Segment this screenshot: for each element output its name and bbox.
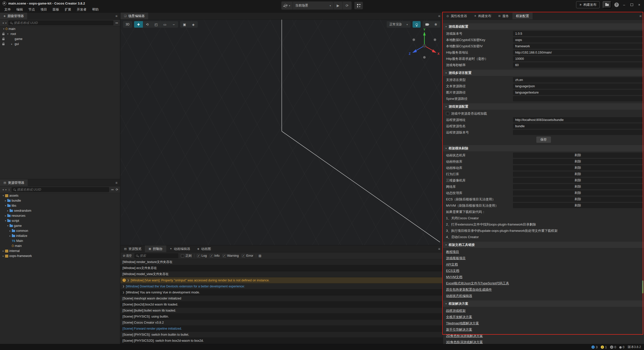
hierarchy-search-input[interactable] <box>14 21 112 25</box>
remove-module-button[interactable]: 剔除 <box>513 153 643 158</box>
chevron-down-icon[interactable]: ▾ <box>4 204 7 207</box>
tree-node[interactable]: ▾root <box>0 31 120 36</box>
chevron-right-icon[interactable]: ▸ <box>2 250 5 252</box>
remove-module-button[interactable]: 剔除 <box>513 178 643 183</box>
expander-icon[interactable]: ❯ <box>123 285 125 288</box>
filter-log[interactable]: Log <box>197 254 207 257</box>
warning-count-badge[interactable]: 1 <box>601 345 607 349</box>
reload-button[interactable]: ⟳ <box>343 2 351 9</box>
field-input[interactable]: bundle <box>513 123 643 129</box>
chevron-right-icon[interactable]: ▸ <box>4 214 7 217</box>
camera-button[interactable] <box>423 21 431 28</box>
rotate-tool-icon[interactable]: ⟲ <box>143 21 152 28</box>
log-row[interactable]: [Scene] [PHYSICS]: switch from builtin t… <box>120 332 443 338</box>
field-input[interactable]: oops <box>513 37 643 42</box>
log-row[interactable]: ❯[Window] Download the Vue Devtools exte… <box>120 283 443 289</box>
tree-node[interactable]: ▾script <box>0 218 120 223</box>
doc-link[interactable]: 新手引导解决方案 <box>446 327 472 332</box>
log-row[interactable]: [Scene] [box2d]:box2d wasm lib loaded. <box>120 301 443 308</box>
remove-module-button[interactable]: 剔除 <box>513 190 643 196</box>
render-mode-select[interactable]: 正常渲染 ▾ <box>387 21 411 28</box>
tree-node[interactable]: ▸gui <box>0 41 120 47</box>
panel-menu-icon[interactable]: ≡ <box>438 247 440 251</box>
field-input[interactable]: framework <box>513 43 643 49</box>
rect-tool-icon[interactable]: ▭ <box>160 21 169 28</box>
panel-menu-icon[interactable]: ≡ <box>115 181 117 185</box>
clear-console-button[interactable]: ⊘ 清空 <box>123 254 132 258</box>
regex-toggle[interactable]: 正则 <box>181 254 192 258</box>
tree-node[interactable]: ▸bundle <box>0 198 120 203</box>
expander-icon[interactable]: ❯ <box>123 291 125 294</box>
tab-hierarchy[interactable]: ◈ 层级管理器 <box>0 13 27 19</box>
section-header[interactable]: ▾框架解决方案 <box>443 300 644 307</box>
tree-node[interactable]: ▸internal <box>0 248 120 253</box>
tab-console-0[interactable]: ▤资源预览 <box>120 245 145 252</box>
menu-item-4[interactable]: 面板 <box>50 7 62 12</box>
doc-link[interactable]: 3D角色扮演游戏解决方案 <box>446 340 483 344</box>
add-node-button[interactable]: ＋▾ <box>2 21 7 25</box>
tree-node[interactable]: ▸resources <box>0 213 120 218</box>
panel-menu-icon[interactable]: ≡ <box>438 14 440 18</box>
remove-module-button[interactable]: 剔除 <box>513 197 643 202</box>
panel-menu-icon[interactable]: ≡ <box>639 14 641 18</box>
scene-settings-button[interactable]: ✻ <box>431 21 440 28</box>
field-input[interactable]: zh,en <box>513 77 643 82</box>
tree-node[interactable]: ▸initialize <box>0 233 120 238</box>
filter-info[interactable]: Info <box>210 254 220 257</box>
field-input[interactable]: http://localhost:8083/assets/bundle <box>513 117 643 122</box>
preview-qr-button[interactable] <box>354 2 363 9</box>
tab-inspector-3[interactable]: 框架配置 <box>512 13 533 19</box>
tab-console-2[interactable]: ✶动画编辑器 <box>166 245 194 252</box>
help-button[interactable]: ? <box>614 3 619 7</box>
menu-item-7[interactable]: 帮助 <box>89 7 101 12</box>
doc-link[interactable]: 战棋游戏框架 <box>446 309 466 313</box>
field-input[interactable] <box>513 96 643 101</box>
tree-node[interactable]: ▸seedrandom <box>0 208 120 213</box>
refresh-icon[interactable]: ⟳ <box>116 188 118 191</box>
log-row[interactable]: [Scene] meshopt wasm decoder initialized <box>120 295 443 301</box>
tab-inspector-1[interactable]: ✈构建发布 <box>471 13 495 19</box>
chevron-right-icon[interactable]: ▸ <box>2 255 5 257</box>
notification-badge[interactable]: 0 <box>619 345 624 349</box>
pivot-tool-icon[interactable]: ▣ <box>180 21 189 28</box>
tree-node[interactable]: ▾libs <box>0 203 120 208</box>
scene-viewport[interactable]: 3D ✚ ⟲ ◰ ▭ ⌣ ▣ ◈ 正常渲染 ▾ <box>120 20 443 245</box>
tab-inspector-2[interactable]: ⊞服务 <box>495 13 512 19</box>
ui-tool-icon[interactable]: ⌣ <box>169 21 178 28</box>
log-file-icon[interactable]: ▤ <box>259 254 261 257</box>
tree-node[interactable]: main <box>0 243 120 248</box>
mode-3d-button[interactable]: 3D <box>123 21 132 28</box>
chevron-down-icon[interactable]: ▾ <box>6 33 10 35</box>
filter-checkbox[interactable] <box>242 254 245 257</box>
tab-console-1[interactable]: ▣控制台 <box>145 245 166 252</box>
field-input[interactable]: language/json <box>513 83 643 89</box>
section-header[interactable]: ▾游戏资源配置 <box>443 103 644 110</box>
log-row[interactable]: !❯[Window] [Vue warn]: Property "onInput… <box>120 277 443 283</box>
assets-filter-icon[interactable]: ≔ <box>111 188 114 191</box>
chevron-down-icon[interactable]: ▾ <box>2 194 5 197</box>
doc-link[interactable]: 全栈开发解决方案 <box>446 315 472 319</box>
log-row[interactable]: ❯[Window] You are running Vue in develop… <box>120 289 443 295</box>
log-row[interactable]: [Window] ecs文件夹存在 <box>120 265 443 271</box>
move-tool-icon[interactable]: ✚ <box>134 21 143 28</box>
doc-link[interactable]: ECS文档 <box>446 269 459 273</box>
doc-link[interactable]: 原生包热更新配置自动生成插件 <box>446 287 492 292</box>
remove-module-button[interactable]: 剔除 <box>513 165 643 170</box>
error-count-badge[interactable]: 0 <box>610 345 616 349</box>
close-button[interactable]: × <box>637 3 641 7</box>
chevron-right-icon[interactable]: ▸ <box>10 43 14 45</box>
field-input[interactable] <box>513 130 643 135</box>
doc-link[interactable]: 教程项目 <box>446 250 459 254</box>
scrollbar-thumb[interactable] <box>642 280 643 293</box>
remove-module-button[interactable]: 剔除 <box>513 184 643 189</box>
field-input[interactable]: 10000 <box>513 56 643 61</box>
hierarchy-filter-icon[interactable]: ≔ <box>115 21 118 25</box>
menu-item-1[interactable]: 编辑 <box>14 7 26 12</box>
filter-checkbox[interactable] <box>210 254 213 257</box>
menu-item-2[interactable]: 节点 <box>26 7 38 12</box>
console-search-input[interactable] <box>140 254 177 257</box>
play-button[interactable]: ▶ <box>334 2 342 9</box>
scale-tool-icon[interactable]: ◰ <box>152 21 160 28</box>
doc-link[interactable]: MVVM文档 <box>446 275 462 279</box>
filter-checkbox[interactable] <box>197 254 200 257</box>
